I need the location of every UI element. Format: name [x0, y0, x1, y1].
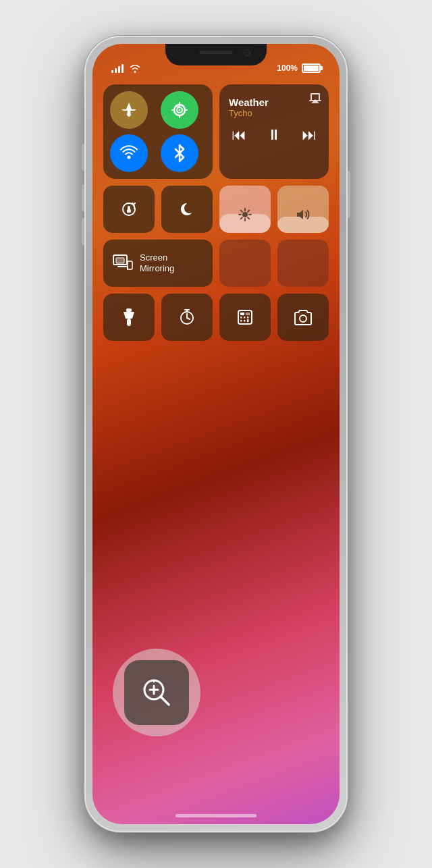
wifi-status-icon	[129, 63, 141, 73]
notch	[165, 44, 267, 65]
play-pause-button[interactable]: ⏸	[267, 126, 281, 144]
airplay-icon[interactable]	[308, 91, 322, 105]
empty-tiles	[219, 240, 329, 287]
svg-point-12	[242, 212, 248, 217]
signal-bars-icon	[111, 63, 124, 73]
music-controls: ⏮ ⏸ ⏭	[229, 126, 319, 144]
rotation-lock-button[interactable]	[103, 186, 155, 233]
svg-line-45	[161, 697, 169, 705]
svg-rect-25	[127, 319, 131, 326]
svg-point-7	[128, 156, 131, 159]
phone-screen: 100%	[92, 44, 340, 824]
svg-rect-35	[247, 317, 249, 319]
flashlight-button[interactable]	[103, 294, 155, 341]
timer-button[interactable]	[161, 294, 213, 341]
cc-row4	[103, 294, 329, 341]
svg-rect-11	[127, 209, 131, 213]
battery-icon	[302, 63, 321, 73]
screen-mirror-icon	[113, 254, 133, 272]
svg-line-18	[248, 217, 249, 219]
previous-track-button[interactable]: ⏮	[232, 126, 246, 144]
control-center: Weather Tycho ⏮ ⏸ ⏭	[103, 84, 329, 341]
signal-bar-1	[111, 70, 113, 73]
speaker	[199, 51, 233, 54]
bluetooth-button[interactable]	[161, 134, 198, 172]
signal-bar-4	[122, 64, 124, 73]
screen-mirror-button[interactable]: Screen Mirroring	[103, 240, 213, 287]
do-not-disturb-button[interactable]	[161, 186, 213, 233]
svg-rect-36	[240, 320, 242, 322]
cc-row3: Screen Mirroring	[103, 240, 329, 287]
cellular-button[interactable]	[161, 91, 198, 129]
front-camera	[244, 49, 250, 56]
cc-row2	[103, 186, 329, 233]
screen-mirror-label: Screen Mirroring	[140, 252, 174, 273]
camera-button[interactable]	[277, 294, 329, 341]
svg-line-28	[187, 318, 190, 319]
volume-icon	[295, 207, 311, 226]
airplane-mode-button[interactable]	[110, 91, 148, 129]
empty-tile-1	[219, 240, 271, 287]
next-track-button[interactable]: ⏭	[302, 126, 317, 144]
svg-rect-33	[240, 317, 242, 319]
empty-tile-2	[277, 240, 329, 287]
battery-percent: 100%	[277, 63, 298, 73]
svg-rect-34	[244, 317, 246, 319]
brightness-slider[interactable]	[219, 186, 271, 233]
svg-line-17	[241, 211, 242, 212]
wifi-toggle-button[interactable]	[110, 134, 148, 172]
svg-point-39	[300, 315, 306, 322]
brightness-icon	[237, 207, 253, 226]
status-right: 100%	[277, 63, 321, 73]
magnifier-button[interactable]	[124, 660, 189, 725]
svg-point-2	[179, 109, 181, 111]
svg-rect-38	[247, 319, 249, 322]
svg-line-19	[241, 217, 242, 219]
svg-rect-23	[128, 261, 132, 269]
music-tile[interactable]: Weather Tycho ⏮ ⏸ ⏭	[219, 84, 329, 179]
music-track-title: Weather	[229, 97, 319, 108]
signal-bar-2	[115, 68, 117, 73]
status-left	[111, 63, 141, 73]
phone-frame: 100%	[84, 36, 348, 832]
svg-rect-24	[126, 308, 132, 312]
svg-rect-22	[116, 258, 124, 263]
calculator-button[interactable]	[219, 294, 271, 341]
volume-slider[interactable]	[277, 186, 329, 233]
music-artist-name: Tycho	[229, 108, 319, 118]
svg-rect-31	[240, 313, 244, 315]
cc-top-row: Weather Tycho ⏮ ⏸ ⏭	[103, 84, 329, 179]
connectivity-tile[interactable]	[103, 84, 213, 179]
home-bar[interactable]	[176, 814, 256, 817]
svg-rect-32	[246, 313, 250, 315]
magnifier-bubble[interactable]	[113, 649, 200, 736]
svg-rect-37	[244, 320, 246, 322]
svg-line-20	[248, 211, 249, 212]
svg-rect-8	[309, 100, 321, 101]
signal-bar-3	[118, 66, 120, 73]
